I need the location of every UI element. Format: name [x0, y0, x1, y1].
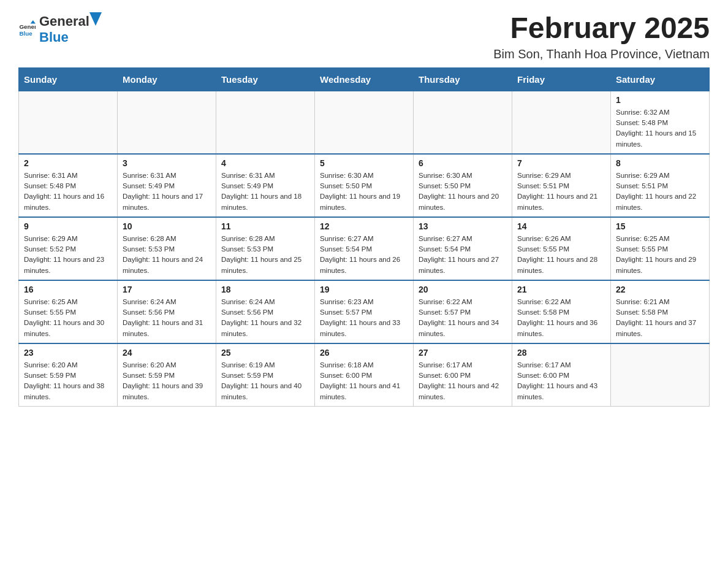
calendar-cell: 28Sunrise: 6:17 AMSunset: 6:00 PMDayligh… — [512, 343, 611, 407]
weekday-header-tuesday: Tuesday — [216, 67, 315, 91]
weekday-header-sunday: Sunday — [19, 67, 118, 91]
day-info: Sunrise: 6:28 AMSunset: 5:53 PMDaylight:… — [221, 234, 309, 276]
calendar-cell: 9Sunrise: 6:29 AMSunset: 5:52 PMDaylight… — [19, 217, 118, 280]
calendar-week-2: 2Sunrise: 6:31 AMSunset: 5:48 PMDaylight… — [19, 154, 710, 217]
day-info: Sunrise: 6:27 AMSunset: 5:54 PMDaylight:… — [419, 234, 507, 276]
calendar-cell: 24Sunrise: 6:20 AMSunset: 5:59 PMDayligh… — [118, 343, 216, 407]
day-number: 18 — [221, 285, 309, 294]
day-info: Sunrise: 6:29 AMSunset: 5:51 PMDaylight:… — [616, 170, 704, 213]
day-info: Sunrise: 6:24 AMSunset: 5:56 PMDaylight:… — [123, 297, 211, 339]
day-number: 4 — [221, 158, 309, 168]
day-info: Sunrise: 6:20 AMSunset: 5:59 PMDaylight:… — [24, 360, 112, 402]
day-info: Sunrise: 6:20 AMSunset: 5:59 PMDaylight:… — [123, 360, 211, 402]
day-number: 14 — [517, 221, 605, 231]
day-info: Sunrise: 6:29 AMSunset: 5:51 PMDaylight:… — [517, 170, 605, 213]
calendar-cell: 14Sunrise: 6:26 AMSunset: 5:55 PMDayligh… — [512, 217, 611, 280]
day-info: Sunrise: 6:19 AMSunset: 5:59 PMDaylight:… — [221, 360, 309, 402]
calendar-week-3: 9Sunrise: 6:29 AMSunset: 5:52 PMDaylight… — [19, 217, 710, 280]
day-info: Sunrise: 6:22 AMSunset: 5:58 PMDaylight:… — [517, 297, 605, 339]
day-number: 7 — [517, 158, 605, 168]
day-number: 13 — [419, 221, 507, 231]
calendar-header: SundayMondayTuesdayWednesdayThursdayFrid… — [19, 67, 710, 91]
day-number: 9 — [24, 221, 112, 231]
day-number: 15 — [616, 221, 704, 231]
day-number: 28 — [517, 348, 605, 358]
day-number: 6 — [419, 158, 507, 168]
calendar-cell: 26Sunrise: 6:18 AMSunset: 6:00 PMDayligh… — [315, 343, 414, 407]
logo: General Blue General Blue — [18, 12, 102, 45]
calendar-cell: 20Sunrise: 6:22 AMSunset: 5:57 PMDayligh… — [414, 280, 512, 343]
calendar-cell: 15Sunrise: 6:25 AMSunset: 5:55 PMDayligh… — [611, 217, 710, 280]
day-info: Sunrise: 6:21 AMSunset: 5:58 PMDaylight:… — [616, 297, 704, 339]
svg-text:Blue: Blue — [19, 30, 32, 37]
calendar-cell: 11Sunrise: 6:28 AMSunset: 5:53 PMDayligh… — [216, 217, 315, 280]
logo-triangle-icon — [89, 12, 102, 26]
calendar-cell: 22Sunrise: 6:21 AMSunset: 5:58 PMDayligh… — [611, 280, 710, 343]
calendar-table: SundayMondayTuesdayWednesdayThursdayFrid… — [18, 67, 710, 407]
day-number: 25 — [221, 348, 309, 358]
calendar-body: 1Sunrise: 6:32 AMSunset: 5:48 PMDaylight… — [19, 91, 710, 406]
day-number: 5 — [320, 158, 408, 168]
day-info: Sunrise: 6:30 AMSunset: 5:50 PMDaylight:… — [320, 170, 408, 213]
day-number: 27 — [419, 348, 507, 358]
page-header: General Blue General Blue February 2025 … — [18, 12, 710, 61]
day-info: Sunrise: 6:18 AMSunset: 6:00 PMDaylight:… — [320, 360, 408, 402]
day-number: 26 — [320, 348, 408, 358]
day-info: Sunrise: 6:25 AMSunset: 5:55 PMDaylight:… — [24, 297, 112, 339]
day-info: Sunrise: 6:26 AMSunset: 5:55 PMDaylight:… — [517, 234, 605, 276]
day-number: 21 — [517, 285, 605, 294]
day-info: Sunrise: 6:31 AMSunset: 5:48 PMDaylight:… — [24, 170, 112, 213]
day-number: 11 — [221, 221, 309, 231]
calendar-cell — [611, 343, 710, 407]
calendar-cell: 13Sunrise: 6:27 AMSunset: 5:54 PMDayligh… — [414, 217, 512, 280]
calendar-cell — [216, 91, 315, 154]
calendar-cell: 2Sunrise: 6:31 AMSunset: 5:48 PMDaylight… — [19, 154, 118, 217]
svg-text:General: General — [19, 23, 36, 30]
weekday-header-row: SundayMondayTuesdayWednesdayThursdayFrid… — [19, 67, 710, 91]
day-number: 19 — [320, 285, 408, 294]
logo-blue-text: Blue — [39, 29, 69, 45]
calendar-week-1: 1Sunrise: 6:32 AMSunset: 5:48 PMDaylight… — [19, 91, 710, 154]
calendar-cell: 1Sunrise: 6:32 AMSunset: 5:48 PMDaylight… — [611, 91, 710, 154]
day-number: 10 — [123, 221, 211, 231]
calendar-cell: 19Sunrise: 6:23 AMSunset: 5:57 PMDayligh… — [315, 280, 414, 343]
day-number: 8 — [616, 158, 704, 168]
calendar-cell: 16Sunrise: 6:25 AMSunset: 5:55 PMDayligh… — [19, 280, 118, 343]
calendar-cell: 3Sunrise: 6:31 AMSunset: 5:49 PMDaylight… — [118, 154, 216, 217]
calendar-cell — [414, 91, 512, 154]
weekday-header-saturday: Saturday — [611, 67, 710, 91]
calendar-week-4: 16Sunrise: 6:25 AMSunset: 5:55 PMDayligh… — [19, 280, 710, 343]
day-number: 1 — [616, 95, 704, 105]
day-number: 22 — [616, 285, 704, 294]
day-number: 3 — [123, 158, 211, 168]
title-block: February 2025 Bim Son, Thanh Hoa Provinc… — [493, 12, 710, 61]
calendar-cell: 27Sunrise: 6:17 AMSunset: 6:00 PMDayligh… — [414, 343, 512, 407]
calendar-cell: 6Sunrise: 6:30 AMSunset: 5:50 PMDaylight… — [414, 154, 512, 217]
calendar-cell: 5Sunrise: 6:30 AMSunset: 5:50 PMDaylight… — [315, 154, 414, 217]
day-info: Sunrise: 6:30 AMSunset: 5:50 PMDaylight:… — [419, 170, 507, 213]
day-info: Sunrise: 6:31 AMSunset: 5:49 PMDaylight:… — [123, 170, 211, 213]
day-info: Sunrise: 6:17 AMSunset: 6:00 PMDaylight:… — [419, 360, 507, 402]
weekday-header-thursday: Thursday — [414, 67, 512, 91]
day-info: Sunrise: 6:28 AMSunset: 5:53 PMDaylight:… — [123, 234, 211, 276]
day-info: Sunrise: 6:31 AMSunset: 5:49 PMDaylight:… — [221, 170, 309, 213]
day-number: 20 — [419, 285, 507, 294]
calendar-week-5: 23Sunrise: 6:20 AMSunset: 5:59 PMDayligh… — [19, 343, 710, 407]
day-info: Sunrise: 6:22 AMSunset: 5:57 PMDaylight:… — [419, 297, 507, 339]
day-number: 23 — [24, 348, 112, 358]
day-number: 16 — [24, 285, 112, 294]
weekday-header-wednesday: Wednesday — [315, 67, 414, 91]
day-info: Sunrise: 6:25 AMSunset: 5:55 PMDaylight:… — [616, 234, 704, 276]
page-title: February 2025 — [493, 12, 710, 45]
day-info: Sunrise: 6:24 AMSunset: 5:56 PMDaylight:… — [221, 297, 309, 339]
page-subtitle: Bim Son, Thanh Hoa Province, Vietnam — [493, 47, 710, 61]
calendar-cell — [19, 91, 118, 154]
calendar-cell — [512, 91, 611, 154]
day-info: Sunrise: 6:29 AMSunset: 5:52 PMDaylight:… — [24, 234, 112, 276]
calendar-cell: 12Sunrise: 6:27 AMSunset: 5:54 PMDayligh… — [315, 217, 414, 280]
day-number: 2 — [24, 158, 112, 168]
calendar-cell: 21Sunrise: 6:22 AMSunset: 5:58 PMDayligh… — [512, 280, 611, 343]
weekday-header-monday: Monday — [118, 67, 216, 91]
calendar-cell: 23Sunrise: 6:20 AMSunset: 5:59 PMDayligh… — [19, 343, 118, 407]
calendar-cell — [315, 91, 414, 154]
